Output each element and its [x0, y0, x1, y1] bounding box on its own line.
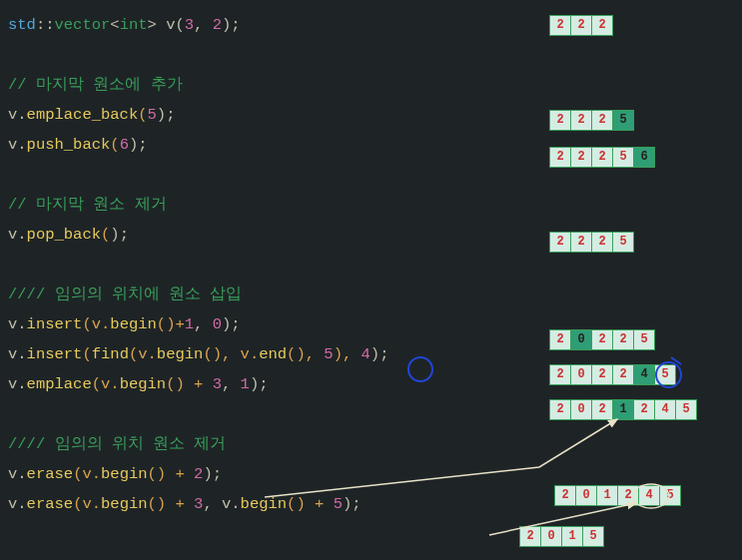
vector-cell: 2 [554, 485, 576, 506]
vector-cell: 5 [582, 526, 604, 547]
vector-cell: 5 [612, 110, 634, 131]
comment-3: //// 임의의 위치에 원소 삽입 [8, 280, 734, 309]
vector-cell: 2 [549, 399, 571, 420]
vector-cell: 1 [561, 526, 583, 547]
vector-cell: 1 [596, 485, 618, 506]
vector-cell: 0 [575, 485, 597, 506]
vector-cell: 2 [549, 147, 571, 168]
vector-cell: 2 [549, 329, 571, 350]
vector-cell: 0 [570, 364, 592, 385]
vector-cell: 5 [654, 364, 676, 385]
vector-cell: 2 [591, 232, 613, 253]
vector-cell: 2 [591, 399, 613, 420]
vector-cell: 5 [659, 485, 681, 506]
vector-diagram-8: 201245 [554, 485, 680, 507]
vector-cell: 5 [612, 147, 634, 168]
vector-cell: 2 [591, 329, 613, 350]
vector-cell: 2 [549, 364, 571, 385]
vector-diagram-1: 222 [549, 15, 612, 37]
vector-cell: 2 [591, 15, 613, 36]
vector-cell: 2 [591, 147, 613, 168]
vector-cell: 2 [549, 232, 571, 253]
vector-cell: 1 [612, 399, 634, 420]
vector-cell: 2 [570, 15, 592, 36]
vector-diagram-6: 202245 [549, 364, 675, 386]
vector-cell: 4 [654, 399, 676, 420]
vector-cell: 5 [633, 329, 655, 350]
comment-1: // 마지막 원소에 추가 [8, 70, 734, 100]
vector-cell: 2 [617, 485, 639, 506]
vector-cell: 0 [540, 526, 562, 547]
vector-diagram-9: 2015 [519, 526, 603, 548]
vector-cell: 2 [591, 110, 613, 131]
vector-cell: 2 [591, 364, 613, 385]
vector-cell: 5 [612, 232, 634, 253]
vector-cell: 6 [633, 147, 655, 168]
vector-cell: 2 [549, 15, 571, 36]
vector-cell: 2 [570, 232, 592, 253]
vector-diagram-3: 22256 [549, 147, 654, 169]
vector-cell: 2 [612, 364, 634, 385]
vector-cell: 4 [633, 364, 655, 385]
vector-cell: 2 [612, 329, 634, 350]
comment-4: //// 임의의 위치 원소 제거 [8, 429, 734, 459]
code-line-1: std::vector<int> v(3, 2); [8, 10, 734, 40]
vector-cell: 4 [638, 485, 660, 506]
vector-cell: 0 [570, 399, 592, 420]
vector-cell: 2 [633, 399, 655, 420]
vector-diagram-2: 2225 [549, 110, 633, 132]
vector-diagram-4: 2225 [549, 232, 633, 254]
vector-cell: 2 [570, 110, 592, 131]
vector-diagram-5: 20225 [549, 329, 654, 351]
vector-cell: 5 [675, 399, 697, 420]
comment-2: // 마지막 원소 제거 [8, 190, 734, 220]
vector-cell: 0 [570, 329, 592, 350]
vector-cell: 2 [519, 526, 541, 547]
vector-diagram-7: 2021245 [549, 399, 696, 421]
vector-cell: 2 [549, 110, 571, 131]
vector-cell: 2 [570, 147, 592, 168]
